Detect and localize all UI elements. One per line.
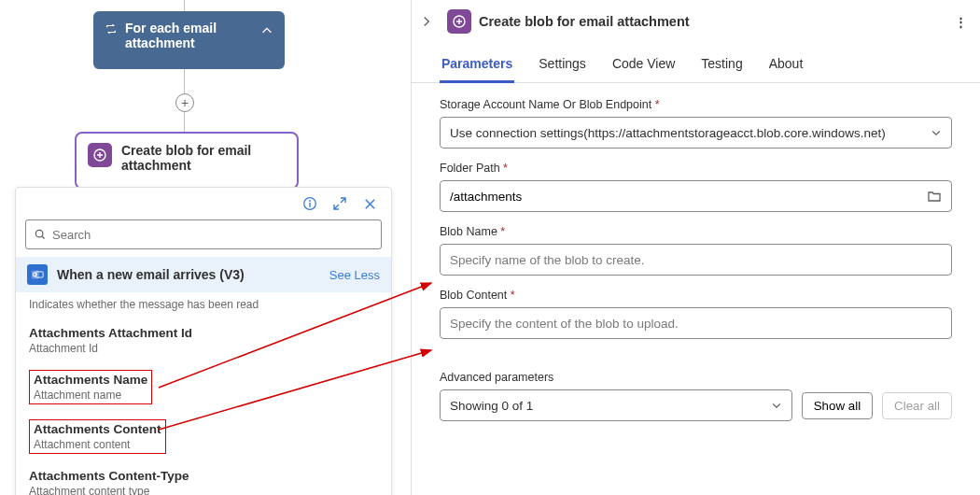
search-input[interactable] [52,228,373,242]
folder-icon[interactable] [927,189,942,204]
outlook-icon [27,264,48,285]
tab-code-view[interactable]: Code View [610,56,677,82]
tab-testing[interactable]: Testing [699,56,744,82]
search-icon [34,228,47,241]
dyn-item-content-type[interactable]: Attachments Content-Type Attachment cont… [29,461,378,495]
folder-label: Folder Path [440,162,500,175]
chevron-up-icon[interactable] [260,24,273,37]
panel-tabs: Parameters Settings Code View Testing Ab… [412,39,980,83]
blob-name-input[interactable] [440,244,952,276]
create-blob-label: Create blob for email attachment [121,143,286,173]
blobcontent-label: Blob Content [440,289,507,302]
blob-action-icon [447,9,471,34]
panel-title: Create blob for email attachment [479,14,690,29]
info-icon[interactable] [301,195,318,212]
category-row[interactable]: When a new email arrives (V3) See Less [16,257,391,292]
svg-rect-3 [309,203,310,207]
folder-path-input[interactable] [440,180,952,212]
show-all-button[interactable]: Show all [802,392,873,419]
more-menu-icon[interactable]: ⋮ [955,15,967,29]
advanced-select[interactable]: Showing 0 of 1 [440,389,792,421]
tab-settings[interactable]: Settings [537,56,588,82]
collapse-panel-icon[interactable] [421,16,440,27]
category-hint: Indicates whether the message has been r… [16,292,391,318]
close-icon[interactable] [361,195,378,212]
expand-icon[interactable] [331,195,348,212]
dyn-item-attachments-name[interactable]: Attachments Name Attachment name [29,362,378,412]
blobname-label: Blob Name [440,225,497,238]
storage-label: Storage Account Name Or Blob Endpoint [440,98,651,111]
dyn-item-attachments-content[interactable]: Attachments Content Attachment content [29,412,378,461]
tab-parameters[interactable]: Parameters [440,56,514,83]
see-less-link[interactable]: See Less [329,268,380,282]
foreach-label: For each email attachment [125,21,273,50]
dynamic-content-panel: When a new email arrives (V3) See Less I… [15,187,392,495]
add-step-button[interactable]: + [175,93,194,112]
clear-all-button: Clear all [882,392,952,419]
create-blob-card[interactable]: Create blob for email attachment [75,132,299,190]
search-input-wrap[interactable] [25,219,382,249]
tab-about[interactable]: About [767,56,805,82]
chevron-down-icon [771,400,782,411]
dyn-item-attachment-id[interactable]: Attachments Attachment Id Attachment Id [29,318,378,362]
chevron-down-icon [931,127,942,138]
svg-point-4 [35,230,43,237]
storage-select[interactable]: Use connection settings(https://attachme… [440,117,952,148]
blob-content-input[interactable] [440,307,952,339]
blob-action-icon [88,143,112,167]
advanced-label: Advanced parameters [440,371,952,384]
loop-icon [105,22,118,35]
svg-point-2 [309,200,311,202]
foreach-loop-card[interactable]: For each email attachment [93,11,285,69]
category-title: When a new email arrives (V3) [57,267,245,282]
